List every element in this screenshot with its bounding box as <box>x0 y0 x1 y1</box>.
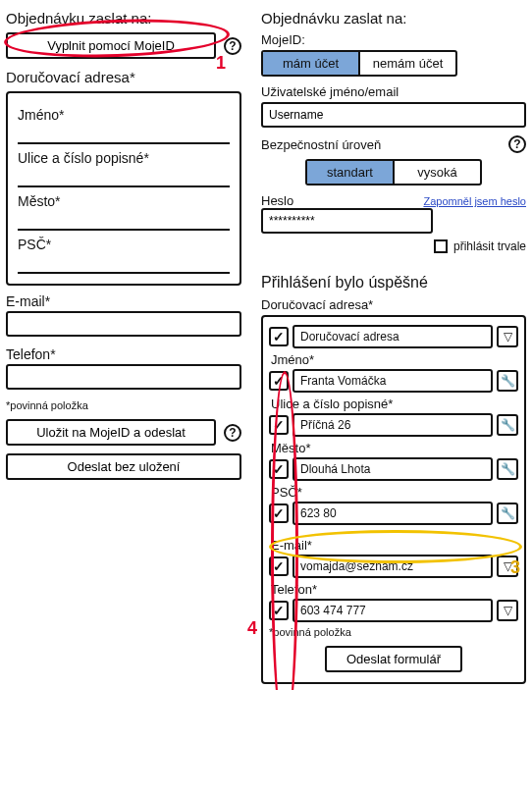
right-heading: Objednávku zaslat na: <box>261 10 526 26</box>
input-psc[interactable] <box>18 254 230 274</box>
delivery-address-panel: Jméno* Ulice a číslo popisné* Město* PSČ… <box>6 91 241 286</box>
filled-form-panel: ✓ Doručovací adresa ▽ Jméno* ✓ Franta Vo… <box>261 315 526 684</box>
tab-high[interactable]: vysoká <box>395 161 480 184</box>
check-icon[interactable]: ✓ <box>269 459 289 479</box>
checkbox-icon <box>434 239 448 253</box>
account-tabs: mám účet nemám účet <box>261 50 457 77</box>
edit-icon[interactable]: 🔧 <box>497 458 518 480</box>
value-adresa[interactable]: Doručovací adresa <box>293 325 493 348</box>
row-telefon: ✓ 603 474 777 ▽ <box>269 599 518 622</box>
input-telefon[interactable] <box>6 364 241 390</box>
input-mesto[interactable] <box>18 211 230 231</box>
check-icon[interactable]: ✓ <box>269 327 289 346</box>
row-mesto: ✓ Dlouhá Lhota 🔧 <box>269 457 518 481</box>
forgot-password-link[interactable]: Zapomněl jsem heslo <box>423 195 526 207</box>
label-telefon: Telefon* <box>6 346 241 362</box>
value-telefon[interactable]: 603 474 777 <box>293 599 493 622</box>
value-email[interactable]: vomajda@seznam.cz <box>293 555 493 578</box>
label-email-r: E-mail* <box>271 538 518 553</box>
check-icon[interactable]: ✓ <box>269 415 289 435</box>
label-mesto-r: Město* <box>271 441 518 455</box>
row-email: ✓ vomajda@seznam.cz ▽ <box>269 555 518 578</box>
value-ulice[interactable]: Příčná 26 <box>293 413 493 437</box>
value-jmeno[interactable]: Franta Vomáčka <box>293 369 493 393</box>
password-label: Heslo <box>261 193 293 208</box>
row-jmeno: ✓ Franta Vomáčka 🔧 <box>269 369 518 393</box>
delivery-address-heading: Doručovací adresa* <box>6 69 241 85</box>
submit-form-button[interactable]: Odeslat formulář <box>325 646 462 672</box>
check-icon[interactable]: ✓ <box>269 371 289 391</box>
security-tabs: standart vysoká <box>305 159 482 185</box>
password-input[interactable] <box>261 208 433 234</box>
fill-with-mojeid-button[interactable]: Vyplnit pomocí MojeID <box>6 32 216 59</box>
help-icon[interactable]: ? <box>224 424 241 442</box>
edit-icon[interactable]: 🔧 <box>497 503 518 524</box>
value-psc[interactable]: 623 80 <box>293 502 493 525</box>
check-icon[interactable]: ✓ <box>269 601 289 620</box>
tab-have-account[interactable]: mám účet <box>263 52 360 75</box>
check-icon[interactable]: ✓ <box>269 503 289 523</box>
tab-no-account[interactable]: nemám účet <box>360 52 455 75</box>
label-ulice: Ulice a číslo popisné* <box>18 150 230 166</box>
edit-icon[interactable]: 🔧 <box>497 370 518 392</box>
input-ulice[interactable] <box>18 168 230 187</box>
delivery-address-heading-right: Doručovací adresa* <box>261 297 526 312</box>
required-note-right: *povinná položka <box>269 626 518 638</box>
required-note: *povinná položka <box>6 399 241 411</box>
label-jmeno: Jméno* <box>18 107 230 123</box>
label-psc: PSČ* <box>18 237 230 252</box>
row-adresa: ✓ Doručovací adresa ▽ <box>269 325 518 348</box>
persist-login-label: přihlásit trvale <box>453 239 526 253</box>
dropdown-icon[interactable]: ▽ <box>497 556 518 577</box>
row-ulice: ✓ Příčná 26 🔧 <box>269 413 518 437</box>
persist-login-checkbox[interactable]: přihlásit trvale <box>434 239 526 253</box>
help-icon[interactable]: ? <box>508 135 526 153</box>
value-mesto[interactable]: Dlouhá Lhota <box>293 457 493 481</box>
label-ulice-r: Ulice a číslo popisné* <box>271 397 518 411</box>
row-psc: ✓ 623 80 🔧 <box>269 502 518 525</box>
mojeid-label: MojeID: <box>261 32 526 47</box>
username-input[interactable] <box>261 102 526 128</box>
input-email[interactable] <box>6 311 241 337</box>
tab-standard[interactable]: standart <box>307 161 395 184</box>
label-mesto: Město* <box>18 193 230 209</box>
save-mojeid-send-button[interactable]: Uložit na MojeID a odeslat <box>6 419 216 446</box>
label-email: E-mail* <box>6 293 241 309</box>
input-jmeno[interactable] <box>18 125 230 144</box>
check-icon[interactable]: ✓ <box>269 556 289 576</box>
help-icon[interactable]: ? <box>224 37 241 55</box>
dropdown-icon[interactable]: ▽ <box>497 600 518 621</box>
label-jmeno-r: Jméno* <box>271 352 518 367</box>
username-label: Uživatelské jméno/email <box>261 84 526 99</box>
edit-icon[interactable]: 🔧 <box>497 414 518 436</box>
send-without-save-button[interactable]: Odeslat bez uložení <box>6 453 241 480</box>
login-success-heading: Přihlášení bylo úspěšné <box>261 274 526 291</box>
label-psc-r: PSČ* <box>271 485 518 500</box>
left-heading: Objednávku zaslat na: <box>6 10 241 26</box>
dropdown-icon[interactable]: ▽ <box>497 326 518 347</box>
label-telefon-r: Telefon* <box>271 582 518 597</box>
security-label: Bezpečnostní úroveň <box>261 137 499 152</box>
